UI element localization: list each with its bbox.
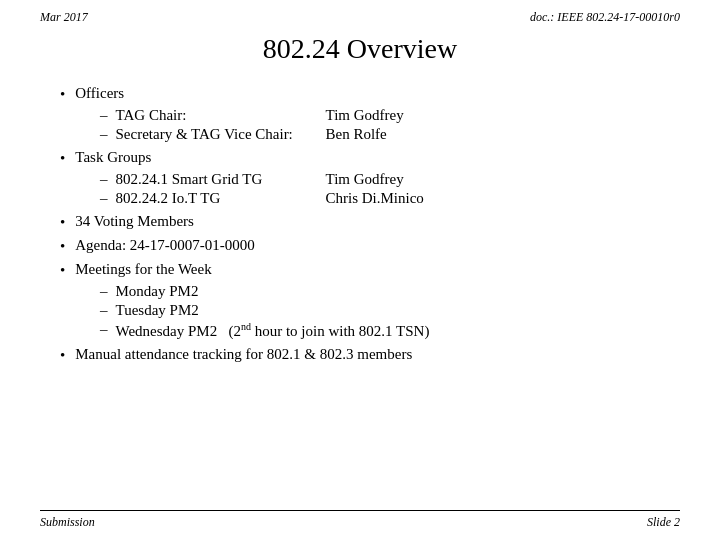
header-date: Mar 2017 — [40, 10, 88, 25]
officers-bullet: • Officers — [60, 85, 680, 103]
footer-bar: Submission Slide 2 — [40, 510, 680, 530]
task-groups-bullet: • Task Groups — [60, 149, 680, 167]
iot-value: Chris Di.Minico — [326, 190, 424, 207]
smart-grid-label: 802.24.1 Smart Grid TG — [116, 171, 316, 188]
manual-bullet: • Manual attendance tracking for 802.1 &… — [60, 346, 680, 364]
agenda-section: • Agenda: 24-17-0007-01-0000 — [60, 237, 680, 255]
footer-slide: Slide 2 — [647, 515, 680, 530]
content-area: • Officers – TAG Chair: Tim Godfrey – Se… — [40, 85, 680, 364]
page-container: Mar 2017 doc.: IEEE 802.24-17-00010r0 80… — [0, 0, 720, 540]
tuesday-item: – Tuesday PM2 — [100, 302, 680, 319]
bullet-dot: • — [60, 86, 65, 103]
voting-members-label: 34 Voting Members — [75, 213, 194, 230]
monday-item: – Monday PM2 — [100, 283, 680, 300]
officers-sub-items: – TAG Chair: Tim Godfrey – Secretary & T… — [60, 107, 680, 143]
voting-members-section: • 34 Voting Members — [60, 213, 680, 231]
wednesday-item: – Wednesday PM2 (2nd hour to join with 8… — [100, 321, 680, 340]
dash-icon: – — [100, 107, 108, 124]
voting-members-bullet: • 34 Voting Members — [60, 213, 680, 231]
agenda-label: Agenda: 24-17-0007-01-0000 — [75, 237, 255, 254]
tag-chair-value: Tim Godfrey — [326, 107, 404, 124]
header-doc: doc.: IEEE 802.24-17-00010r0 — [530, 10, 680, 25]
bullet-dot: • — [60, 238, 65, 255]
officers-label: Officers — [75, 85, 124, 102]
dash-icon: – — [100, 302, 108, 319]
secretary-item: – Secretary & TAG Vice Chair: Ben Rolfe — [100, 126, 680, 143]
officers-section: • Officers – TAG Chair: Tim Godfrey – Se… — [60, 85, 680, 143]
task-groups-section: • Task Groups – 802.24.1 Smart Grid TG T… — [60, 149, 680, 207]
bullet-dot: • — [60, 150, 65, 167]
bullet-dot: • — [60, 262, 65, 279]
smart-grid-value: Tim Godfrey — [326, 171, 404, 188]
meetings-sub-items: – Monday PM2 – Tuesday PM2 – Wednesday P… — [60, 283, 680, 340]
page-title: 802.24 Overview — [40, 33, 680, 65]
tag-chair-item: – TAG Chair: Tim Godfrey — [100, 107, 680, 124]
dash-icon: – — [100, 321, 108, 338]
manual-label: Manual attendance tracking for 802.1 & 8… — [75, 346, 412, 363]
secretary-label: Secretary & TAG Vice Chair: — [116, 126, 316, 143]
meetings-section: • Meetings for the Week – Monday PM2 – T… — [60, 261, 680, 340]
bullet-dot: • — [60, 347, 65, 364]
manual-section: • Manual attendance tracking for 802.1 &… — [60, 346, 680, 364]
dash-icon: – — [100, 171, 108, 188]
tuesday-label: Tuesday PM2 — [116, 302, 316, 319]
secretary-value: Ben Rolfe — [326, 126, 387, 143]
smart-grid-item: – 802.24.1 Smart Grid TG Tim Godfrey — [100, 171, 680, 188]
iot-label: 802.24.2 Io.T TG — [116, 190, 316, 207]
header-bar: Mar 2017 doc.: IEEE 802.24-17-00010r0 — [40, 10, 680, 25]
wednesday-label: Wednesday PM2 (2nd hour to join with 802… — [116, 321, 430, 340]
meetings-bullet: • Meetings for the Week — [60, 261, 680, 279]
agenda-bullet: • Agenda: 24-17-0007-01-0000 — [60, 237, 680, 255]
dash-icon: – — [100, 126, 108, 143]
dash-icon: – — [100, 190, 108, 207]
iot-item: – 802.24.2 Io.T TG Chris Di.Minico — [100, 190, 680, 207]
task-groups-sub-items: – 802.24.1 Smart Grid TG Tim Godfrey – 8… — [60, 171, 680, 207]
monday-label: Monday PM2 — [116, 283, 316, 300]
task-groups-label: Task Groups — [75, 149, 151, 166]
footer-submission: Submission — [40, 515, 95, 530]
meetings-label: Meetings for the Week — [75, 261, 211, 278]
dash-icon: – — [100, 283, 108, 300]
bullet-dot: • — [60, 214, 65, 231]
tag-chair-label: TAG Chair: — [116, 107, 316, 124]
